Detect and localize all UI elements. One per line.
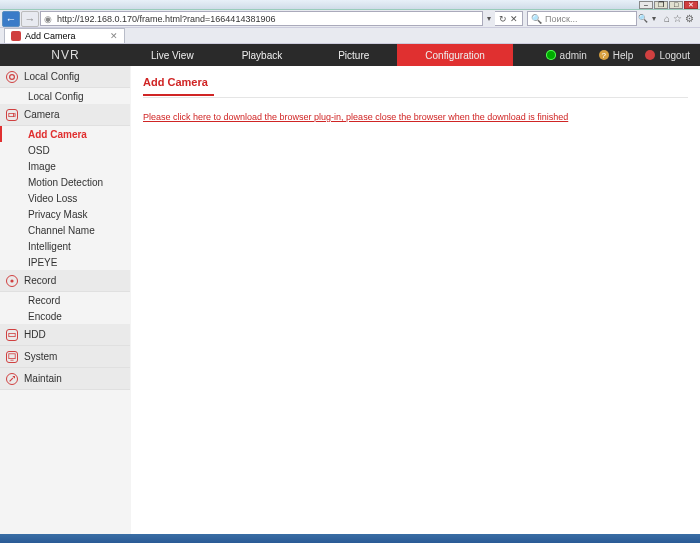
title-underline xyxy=(143,94,214,96)
record-icon xyxy=(6,275,18,287)
maintain-icon xyxy=(6,373,18,385)
sidebar-item-intelligent[interactable]: Intelligent xyxy=(0,238,130,254)
sidebar: Local Config Local Config Camera Add Cam… xyxy=(0,66,131,534)
windows-taskbar[interactable] xyxy=(0,534,700,543)
sidebar-item-video-loss[interactable]: Video Loss xyxy=(0,190,130,206)
main-nav: Live View Playback Picture Configuration xyxy=(131,44,513,66)
help-label: Help xyxy=(613,50,634,61)
back-button[interactable]: ← xyxy=(2,11,20,27)
address-bar: ← → ◉ http://192.168.0.170/frame.html?ra… xyxy=(0,10,700,28)
group-label: Maintain xyxy=(24,373,62,384)
url-dropdown[interactable]: ▾ xyxy=(484,14,494,23)
nav-live-view[interactable]: Live View xyxy=(131,44,214,66)
search-go-button[interactable]: 🔍 xyxy=(638,14,648,23)
sidebar-item-local-config[interactable]: Local Config xyxy=(0,88,130,104)
restore-button[interactable]: ❐ xyxy=(654,1,668,9)
globe-icon: ◉ xyxy=(44,14,54,24)
sidebar-item-motion[interactable]: Motion Detection xyxy=(0,174,130,190)
maximize-button[interactable]: □ xyxy=(669,1,683,9)
sidebar-group-maintain[interactable]: Maintain xyxy=(0,368,130,390)
group-label: Local Config xyxy=(24,71,80,82)
group-label: Camera xyxy=(24,109,60,120)
group-label: Record xyxy=(24,275,56,286)
brand-logo: NVR xyxy=(0,48,131,62)
tools-icon[interactable]: ⚙ xyxy=(685,13,694,24)
sidebar-item-privacy-mask[interactable]: Privacy Mask xyxy=(0,206,130,222)
url-input[interactable]: ◉ http://192.168.0.170/frame.html?rand=1… xyxy=(40,11,483,26)
svg-point-0 xyxy=(10,74,15,79)
sidebar-group-hdd[interactable]: HDD xyxy=(0,324,130,346)
user-menu[interactable]: admin xyxy=(546,50,587,61)
camera-icon xyxy=(6,109,18,121)
app-body: Local Config Local Config Camera Add Cam… xyxy=(0,66,700,534)
sidebar-group-record[interactable]: Record xyxy=(0,270,130,292)
group-label: System xyxy=(24,351,57,362)
username: admin xyxy=(560,50,587,61)
tab-close-button[interactable]: ✕ xyxy=(110,31,118,41)
search-input[interactable]: 🔍 Поиск... xyxy=(527,11,637,26)
system-icon xyxy=(6,351,18,363)
search-dropdown[interactable]: ▾ xyxy=(649,14,659,23)
forward-button[interactable]: → xyxy=(21,11,39,27)
tab-title: Add Camera xyxy=(25,31,76,41)
help-icon: ? xyxy=(599,50,609,60)
sidebar-item-record[interactable]: Record xyxy=(0,292,130,308)
refresh-button[interactable]: ↻ xyxy=(499,14,507,24)
svg-rect-1 xyxy=(9,113,14,116)
sidebar-group-camera[interactable]: Camera xyxy=(0,104,130,126)
logout-icon xyxy=(645,50,655,60)
content-title: Add Camera xyxy=(143,76,688,94)
svg-rect-3 xyxy=(9,333,15,336)
header-right: admin ? Help Logout xyxy=(546,50,700,61)
tab-favicon xyxy=(11,31,21,41)
content-area: Add Camera Please click here to download… xyxy=(131,66,700,534)
home-icon[interactable]: ⌂ xyxy=(664,13,670,24)
download-plugin-link[interactable]: Please click here to download the browse… xyxy=(143,112,568,122)
sidebar-item-osd[interactable]: OSD xyxy=(0,142,130,158)
sidebar-item-add-camera[interactable]: Add Camera xyxy=(0,126,130,142)
close-window-button[interactable]: ✕ xyxy=(684,1,698,9)
hdd-icon xyxy=(6,329,18,341)
nav-configuration[interactable]: Configuration xyxy=(397,44,512,66)
sidebar-item-channel-name[interactable]: Channel Name xyxy=(0,222,130,238)
window-titlebar: – ❐ □ ✕ xyxy=(0,0,700,10)
group-label: HDD xyxy=(24,329,46,340)
svg-rect-4 xyxy=(9,353,15,358)
gear-icon xyxy=(6,71,18,83)
sidebar-group-system[interactable]: System xyxy=(0,346,130,368)
svg-point-2 xyxy=(10,279,13,282)
minimize-button[interactable]: – xyxy=(639,1,653,9)
stop-button[interactable]: ✕ xyxy=(510,14,518,24)
search-icon: 🔍 xyxy=(531,14,542,24)
title-rule xyxy=(143,97,688,98)
sidebar-item-ipeye[interactable]: IPEYE xyxy=(0,254,130,270)
tab-bar: Add Camera ✕ xyxy=(0,28,700,44)
help-link[interactable]: ? Help xyxy=(599,50,634,61)
search-placeholder: Поиск... xyxy=(545,14,577,24)
browser-tab[interactable]: Add Camera ✕ xyxy=(4,28,125,43)
sidebar-item-encode[interactable]: Encode xyxy=(0,308,130,324)
sidebar-item-image[interactable]: Image xyxy=(0,158,130,174)
nav-playback[interactable]: Playback xyxy=(214,44,311,66)
app-header: NVR Live View Playback Picture Configura… xyxy=(0,44,700,66)
url-controls: ↻ ✕ xyxy=(495,11,523,26)
favorites-icon[interactable]: ☆ xyxy=(673,13,682,24)
nav-picture[interactable]: Picture xyxy=(310,44,397,66)
url-text: http://192.168.0.170/frame.html?rand=166… xyxy=(57,14,275,24)
logout-label: Logout xyxy=(659,50,690,61)
sidebar-group-local-config[interactable]: Local Config xyxy=(0,66,130,88)
user-icon xyxy=(546,50,556,60)
logout-link[interactable]: Logout xyxy=(645,50,690,61)
